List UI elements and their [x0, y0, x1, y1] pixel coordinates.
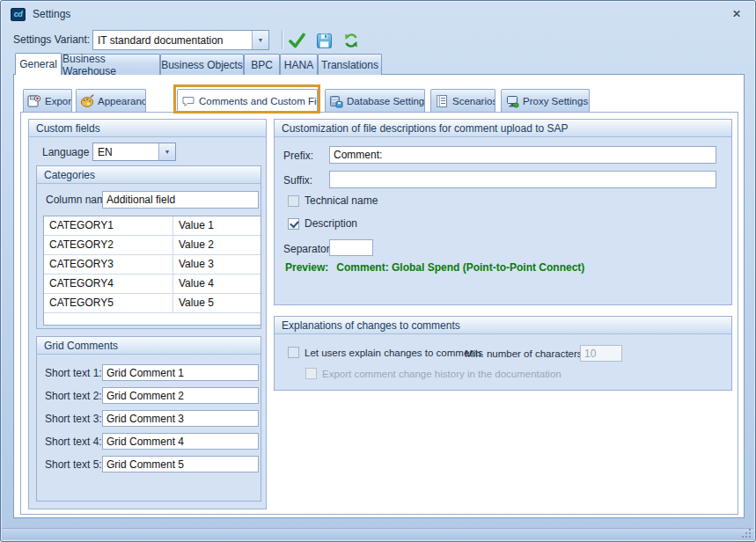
- language-combobox[interactable]: [92, 143, 176, 161]
- category-value-cell[interactable]: Value 3: [173, 255, 261, 274]
- preview-line: Preview:Comment: Global Spend (Point-to-…: [285, 261, 584, 274]
- appearance-icon: [80, 94, 94, 108]
- categories-table[interactable]: CATEGORY1 Value 1 CATEGORY2 Value 2 CATE…: [43, 216, 261, 326]
- category-key-cell[interactable]: CATEGORY2: [44, 236, 173, 254]
- language-input[interactable]: [93, 143, 158, 160]
- short-text-2-input[interactable]: [102, 387, 259, 404]
- let-users-explain-label: Let users explain changes to comments: [305, 348, 483, 358]
- app-logo-icon: cd: [11, 8, 26, 21]
- export-icon: [27, 94, 41, 108]
- short-text-5-input[interactable]: [102, 456, 259, 472]
- table-row[interactable]: CATEGORY3 Value 3: [44, 255, 261, 275]
- tab-comments-and-custom-fields[interactable]: Comments and Custom Fields: [177, 89, 318, 113]
- window-title: Settings: [33, 8, 70, 20]
- tab-export[interactable]: Export: [23, 89, 72, 112]
- table-row[interactable]: CATEGORY2 Value 2: [44, 236, 261, 255]
- preview-label: Preview:: [285, 261, 328, 274]
- customization-panel: Customization of file descriptions for c…: [274, 119, 732, 305]
- proxy-icon: [505, 94, 519, 108]
- table-row[interactable]: CATEGORY5 Value 5: [44, 294, 261, 313]
- customization-header: Customization of file descriptions for c…: [275, 120, 731, 137]
- let-users-explain-checkbox[interactable]: [288, 347, 299, 358]
- tab-scenarios[interactable]: Scenarios: [430, 89, 495, 112]
- tab-proxy-settings[interactable]: Proxy Settings: [501, 89, 590, 112]
- tab-translations[interactable]: Translations: [318, 54, 382, 75]
- table-row[interactable]: CATEGORY4 Value 4: [44, 275, 261, 294]
- tab-business-warehouse[interactable]: Business Warehouse: [62, 54, 160, 75]
- short-text-3-input[interactable]: [102, 410, 259, 427]
- suffix-input[interactable]: [329, 171, 716, 188]
- custom-fields-panel: Custom fields Language Categories Column…: [28, 119, 267, 509]
- apply-check-icon: [288, 33, 306, 48]
- custom-fields-header: Custom fields: [29, 120, 266, 137]
- categories-group: Categories Column name: CATEGORY1 Value …: [36, 165, 261, 329]
- close-icon[interactable]: [729, 7, 745, 21]
- category-key-cell[interactable]: CATEGORY5: [44, 294, 173, 312]
- short-text-5-label: Short text 5:: [45, 458, 101, 471]
- grid-comments-header: Grid Comments: [37, 337, 261, 355]
- category-value-cell[interactable]: Value 2: [173, 236, 261, 254]
- prefix-label: Prefix:: [283, 150, 313, 162]
- save-icon: [316, 33, 333, 49]
- short-text-4-input[interactable]: [102, 433, 259, 450]
- refresh-button[interactable]: [341, 31, 362, 50]
- short-text-3-label: Short text 3:: [45, 413, 101, 425]
- chevron-down-icon[interactable]: [252, 31, 268, 49]
- settings-variant-label: Settings Variant:: [13, 33, 90, 46]
- database-icon: [329, 94, 343, 108]
- tab-appearance[interactable]: Appearance: [76, 89, 146, 112]
- category-key-cell[interactable]: CATEGORY4: [44, 275, 173, 293]
- settings-variant-combobox[interactable]: [92, 30, 269, 50]
- min-characters-input[interactable]: [580, 345, 622, 362]
- window-bottom-edge: [3, 528, 753, 539]
- explanations-header: Explanations of changes to comments: [275, 317, 731, 334]
- grid-comments-group: Grid Comments Short text 1: Short text 2…: [36, 336, 261, 502]
- table-row[interactable]: CATEGORY1 Value 1: [44, 216, 261, 236]
- comment-icon: [181, 94, 195, 108]
- categories-header: Categories: [37, 166, 261, 184]
- category-key-cell[interactable]: CATEGORY1: [44, 216, 173, 235]
- separator-input[interactable]: [329, 239, 373, 256]
- settings-variant-input[interactable]: [93, 31, 252, 49]
- export-history-checkbox[interactable]: [305, 368, 317, 379]
- tab-business-objects[interactable]: Business Objects: [160, 54, 244, 75]
- scenarios-icon: [435, 94, 449, 108]
- preview-text: Comment: Global Spend (Point-to-Point Co…: [336, 261, 584, 274]
- category-value-cell[interactable]: Value 4: [173, 275, 261, 293]
- category-value-cell[interactable]: Value 1: [173, 216, 261, 235]
- short-text-4-label: Short text 4:: [45, 436, 101, 448]
- column-name-input[interactable]: [102, 191, 259, 209]
- chevron-down-icon[interactable]: [158, 143, 175, 160]
- resize-grip[interactable]: [740, 527, 751, 538]
- export-history-label: Export comment change history in the doc…: [322, 369, 561, 379]
- short-text-2-label: Short text 2:: [45, 390, 101, 402]
- separator-label: Separator:: [283, 243, 333, 255]
- suffix-label: Suffix:: [283, 174, 312, 187]
- technical-name-label: Technical name: [305, 194, 378, 207]
- explanations-panel: Explanations of changes to comments Let …: [274, 316, 732, 391]
- min-characters-label: Min. number of characters:: [465, 348, 585, 359]
- settings-dialog: cd Settings Settings Variant:: [0, 0, 756, 542]
- description-checkbox[interactable]: [288, 218, 299, 230]
- tab-general[interactable]: General: [15, 53, 62, 75]
- titlebar: cd Settings: [1, 1, 755, 27]
- tab-database-settings[interactable]: Database Settings: [325, 89, 425, 112]
- short-text-1-label: Short text 1:: [45, 367, 101, 379]
- refresh-icon: [342, 32, 360, 49]
- tab-bpc[interactable]: BPC: [244, 54, 280, 75]
- language-label: Language: [42, 146, 89, 158]
- let-users-explain-checkbox-row[interactable]: Let users explain changes to comments: [288, 347, 483, 358]
- prefix-input[interactable]: [329, 146, 716, 164]
- export-history-checkbox-row[interactable]: Export comment change history in the doc…: [305, 368, 561, 379]
- short-text-1-input[interactable]: [102, 364, 259, 381]
- category-value-cell[interactable]: Value 5: [173, 294, 261, 312]
- tab-hana[interactable]: HANA: [280, 54, 318, 75]
- description-label: Description: [305, 217, 357, 230]
- category-key-cell[interactable]: CATEGORY3: [44, 255, 173, 274]
- apply-button[interactable]: [286, 31, 307, 50]
- toolbar-separator: [282, 31, 283, 49]
- technical-name-checkbox[interactable]: [288, 195, 299, 207]
- technical-name-checkbox-row[interactable]: Technical name: [288, 194, 378, 207]
- description-checkbox-row[interactable]: Description: [288, 217, 357, 230]
- save-button[interactable]: [313, 31, 334, 50]
